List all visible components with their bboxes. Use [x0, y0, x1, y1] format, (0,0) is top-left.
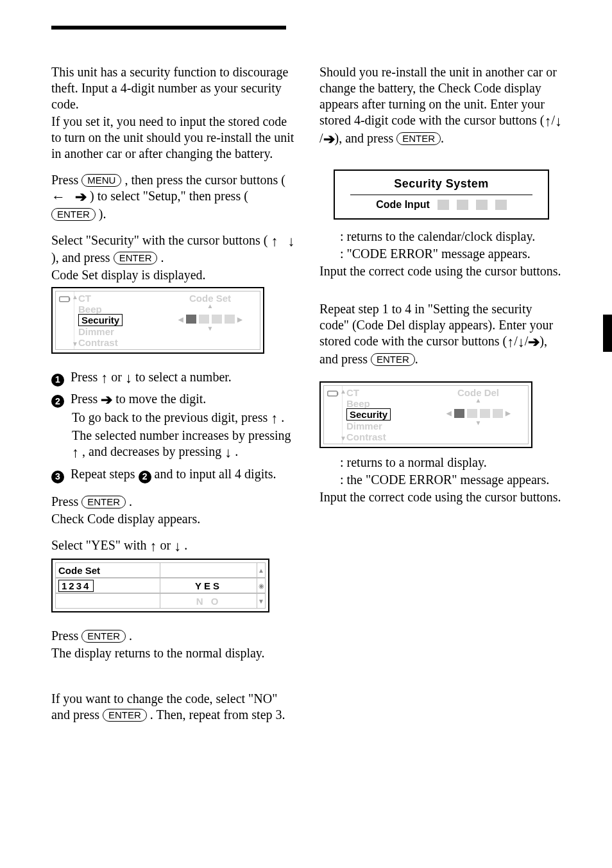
right-result2: : returns to a normal display. : the "CO…	[319, 455, 563, 507]
note: If you want to change the code, select "…	[51, 691, 295, 724]
right-arrow-icon: ➔	[528, 333, 540, 351]
panel-sub: Code Input	[376, 199, 430, 211]
no-option[interactable]: N O	[160, 593, 257, 609]
menu-list: ▲ CT Beep Security Dimmer Contrast ▼	[343, 386, 429, 444]
returns-normal: The display returns to the normal displa…	[51, 645, 295, 661]
panel-title: Security System	[339, 177, 544, 191]
svg-rect-0	[60, 297, 69, 302]
confirm-panel: Code Set ▲ 1234 YES ◉ N O ▼	[51, 559, 269, 612]
page-edge-tab	[603, 315, 612, 352]
up-arrow-icon: ↑	[271, 410, 278, 428]
right-column: Should you re-install the unit in anothe…	[319, 64, 563, 733]
up-arrow-icon: ↑	[271, 232, 278, 250]
section-rule	[51, 26, 286, 30]
right-result: : returns to the calendar/clock display.…	[319, 229, 563, 281]
step3: 1 Press ↑ or ↓ to select a number. 2 Pre…	[51, 369, 295, 485]
codeset-shown: Code Set display is displayed.	[51, 267, 295, 283]
svg-rect-1	[69, 298, 71, 301]
substep-1: 1	[51, 374, 64, 386]
up-arrow-icon: ↑	[150, 537, 157, 555]
step1: Press MENU , then press the cursor butto…	[51, 172, 295, 223]
svg-rect-3	[337, 392, 339, 395]
lcd-codeset: ▲ CT Beep Security Dimmer Contrast ▼ Cod…	[51, 287, 264, 354]
page-content: This unit has a security function to dis…	[51, 26, 565, 733]
check-code-text: Check Code display appears.	[51, 511, 295, 527]
down-arrow-icon: ↓	[174, 537, 181, 555]
intro-p1: This unit has a security function to dis…	[51, 64, 295, 112]
left-arrow-icon: ←	[51, 188, 65, 206]
intro-p2: If you set it, you need to input the sto…	[51, 114, 295, 162]
down-arrow-icon: ↓	[518, 333, 525, 351]
down-arrow-icon: ↓	[287, 232, 294, 250]
enter-button[interactable]: ENTER	[81, 630, 126, 643]
step2: Select "Security" with the cursor button…	[51, 232, 295, 361]
scroll-down-icon: ▼	[257, 593, 266, 609]
security-system-panel: Security System Code Input	[334, 169, 549, 220]
step6: Press ENTER . The display returns to the…	[51, 628, 295, 663]
enter-button[interactable]: ENTER	[81, 496, 126, 508]
enter-button[interactable]: ENTER	[396, 132, 441, 145]
scroll-thumb-icon: ◉	[257, 578, 266, 593]
yes-option[interactable]: YES	[160, 578, 257, 593]
menu-selected[interactable]: Security	[78, 314, 123, 326]
menu-selected[interactable]: Security	[346, 408, 391, 421]
codedel-right: Code Del ▲ ◀ ▶ ▼	[429, 386, 528, 444]
right-intro: Should you re-install the unit in anothe…	[319, 64, 563, 149]
right-arrow-icon: ➔	[101, 391, 112, 409]
down-arrow-icon: ↓	[125, 369, 132, 387]
scroll-up-icon: ▲	[257, 562, 266, 578]
enter-button[interactable]: ENTER	[103, 709, 147, 722]
intro-block: This unit has a security function to dis…	[51, 64, 295, 163]
enter-button[interactable]: ENTER	[114, 252, 158, 265]
substep-2: 2	[51, 395, 64, 408]
lcd-codedel: ▲ CT Beep Security Dimmer Contrast ▼ Cod…	[319, 381, 532, 448]
left-column: This unit has a security function to dis…	[51, 64, 295, 733]
codeset-digits: 1234	[55, 578, 160, 593]
up-arrow-icon: ↑	[72, 444, 79, 462]
right-arrow-icon: ➔	[323, 130, 335, 148]
menu-list: ▲ CT Beep Security Dimmer Contrast ▼	[74, 291, 160, 349]
codeset-header: Code Set	[55, 562, 160, 578]
codeset-right: Code Set ▲ ◀ ▶ ▼	[160, 291, 260, 349]
menu-button[interactable]: MENU	[81, 174, 121, 187]
up-arrow-icon: ↑	[507, 333, 514, 351]
up-arrow-icon: ↑	[101, 369, 108, 387]
substep-3: 3	[51, 471, 64, 483]
enter-button[interactable]: ENTER	[51, 208, 96, 221]
right-delete: Repeat step 1 to 4 in "Setting the secur…	[319, 301, 563, 369]
step4: Press ENTER . Check Code display appears…	[51, 494, 295, 528]
svg-rect-2	[328, 391, 337, 396]
enter-button[interactable]: ENTER	[371, 353, 415, 366]
down-arrow-icon: ↓	[555, 112, 562, 130]
down-arrow-icon: ↓	[225, 444, 232, 462]
substep-2-ref: 2	[139, 471, 151, 483]
up-arrow-icon: ↑	[545, 112, 552, 130]
step5: Select "YES" with ↑ or ↓ . Code Set ▲ 12…	[51, 537, 295, 620]
right-arrow-icon: ➔	[75, 188, 87, 206]
